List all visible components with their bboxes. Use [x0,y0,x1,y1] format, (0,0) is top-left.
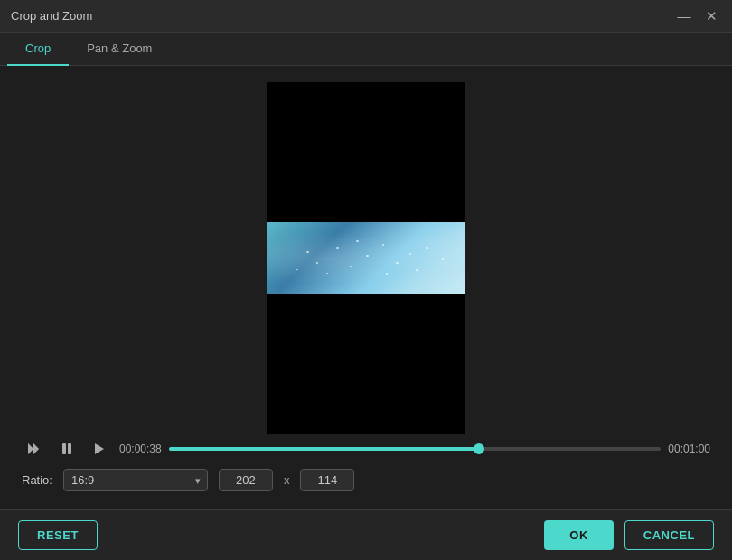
ratio-select-wrapper: 16:9 4:3 1:1 9:16 Custom [63,469,208,491]
close-button[interactable]: ✕ [701,6,721,26]
reset-button[interactable]: RESET [18,520,98,550]
ratio-label: Ratio: [22,473,52,487]
title-bar: Crop and Zoom — ✕ [0,0,732,33]
ok-button[interactable]: OK [544,520,614,550]
tab-crop[interactable]: Crop [7,33,69,66]
rewind-icon [27,442,42,456]
cancel-button[interactable]: CANCEL [624,520,714,550]
height-input[interactable] [300,469,354,491]
tab-pan-zoom[interactable]: Pan & Zoom [69,33,170,66]
window-title: Crop and Zoom [11,9,92,23]
time-current: 00:00:38 [119,443,162,455]
rewind-button[interactable] [22,436,47,462]
ratio-row: Ratio: 16:9 4:3 1:1 9:16 Custom x [14,469,718,491]
video-middle-frame [267,222,465,294]
seek-thumb [474,443,484,454]
ratio-select[interactable]: 16:9 4:3 1:1 9:16 Custom [63,469,208,491]
play-icon [92,442,107,456]
pause-icon [60,442,74,456]
playback-controls: 00:00:38 00:01:00 [14,436,718,462]
video-black-top [267,82,465,222]
tabs-bar: Crop Pan & Zoom [0,33,732,66]
bottom-bar: RESET OK CANCEL [0,509,732,560]
minimize-button[interactable]: — [674,6,694,26]
width-input[interactable] [219,469,273,491]
video-preview [267,82,465,434]
video-black-bottom [267,294,465,434]
pause-button[interactable] [54,436,80,462]
seek-bar[interactable] [169,447,662,451]
svg-rect-1 [68,443,71,454]
coord-separator: x [284,473,290,487]
play-button[interactable] [87,436,112,462]
time-total: 00:01:00 [668,443,710,455]
fish-dots [267,222,465,294]
main-content: 00:00:38 00:01:00 Ratio: 16:9 4:3 1:1 9:… [0,66,732,509]
seek-bar-fill [169,447,479,451]
window-controls: — ✕ [674,6,721,26]
preview-container [14,80,718,436]
right-buttons: OK CANCEL [544,520,714,550]
svg-rect-0 [62,443,66,454]
